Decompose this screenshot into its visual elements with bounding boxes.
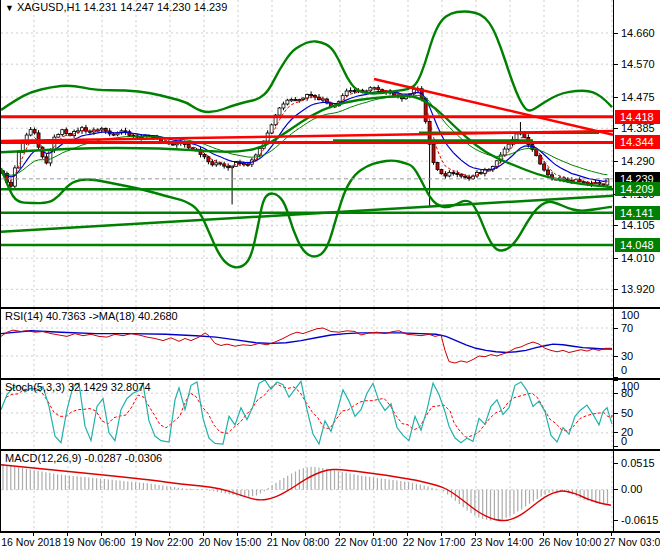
time-axis-label: 22 Nov 17:00 xyxy=(403,536,465,548)
axis-tick xyxy=(614,64,618,65)
macd-panel[interactable]: MACD(12,26,9) -0.0287 -0.0306 0.05150.00… xyxy=(0,451,660,531)
time-axis-label: 27 Nov 03:00 xyxy=(604,536,660,548)
price-axis-label: 14.570 xyxy=(621,58,655,71)
axis-tick xyxy=(614,380,618,381)
axis-tick xyxy=(614,225,618,226)
axis-tick xyxy=(614,33,618,34)
price-tag: 14.344 xyxy=(615,135,660,149)
stochastic-label: Stoch(5,3,3) 32.1429 32.8074 xyxy=(5,381,151,393)
axis-tick xyxy=(614,258,618,259)
indicator-axis-label: 50 xyxy=(621,407,633,420)
price-axis-label: 14.290 xyxy=(621,155,655,168)
axis-tick xyxy=(614,161,618,162)
price-axis-label: 14.475 xyxy=(621,91,655,104)
price-axis-label: 14.105 xyxy=(621,219,655,232)
mt4-chart-window: ▼XAGUSD,H1 14.231 14.247 14.230 14.239 1… xyxy=(0,0,660,550)
axis-tick xyxy=(614,128,618,129)
indicator-axis-label: -0.0615 xyxy=(621,514,658,527)
macd-label: MACD(12,26,9) -0.0287 -0.0306 xyxy=(5,452,162,464)
macd-histogram xyxy=(3,465,608,521)
indicator-axis-label: 0.00 xyxy=(621,483,642,496)
axis-tick xyxy=(614,413,618,414)
axis-tick xyxy=(614,463,618,464)
rsi-label: RSI(14) 40.7363 ->MA(18) 40.2680 xyxy=(5,310,178,322)
axis-tick xyxy=(614,97,618,98)
axis-tick xyxy=(614,432,618,433)
descending-red-trendline xyxy=(374,79,613,135)
indicator-axis-label: 0 xyxy=(621,364,627,377)
time-axis-label: 23 Nov 14:00 xyxy=(471,536,533,548)
stochastic-axis: 1008050200 xyxy=(613,380,660,449)
time-axis-label: 26 Nov 10:00 xyxy=(539,536,601,548)
symbol-ohlc-text: XAGUSD,H1 14.231 14.247 14.230 14.239 xyxy=(17,1,227,13)
time-axis-label: 19 Nov 22:00 xyxy=(131,536,193,548)
price-axis-label: 13.920 xyxy=(621,283,655,296)
time-axis-label: 19 Nov 06:00 xyxy=(63,536,125,548)
axis-tick xyxy=(614,307,618,308)
indicator-axis-label: 0.0515 xyxy=(621,457,655,470)
price-axis-label: 14.010 xyxy=(621,252,655,265)
indicator-axis-label: 100 xyxy=(621,309,639,322)
macd-axis: 0.05150.00-0.0615 xyxy=(613,451,660,531)
symbol-title: ▼XAGUSD,H1 14.231 14.247 14.230 14.239 xyxy=(5,1,227,13)
indicator-axis-label: 30 xyxy=(621,350,633,363)
indicator-axis-label: 80 xyxy=(621,387,633,400)
time-axis-label: 16 Nov 2018 xyxy=(1,536,61,548)
indicator-axis-label: 0 xyxy=(621,435,627,448)
price-tag: 14.418 xyxy=(615,110,660,124)
price-tag: 14.048 xyxy=(615,238,660,252)
time-axis[interactable]: 16 Nov 201819 Nov 06:0019 Nov 22:0020 No… xyxy=(0,533,660,550)
price-axis-label: 14.660 xyxy=(621,27,655,40)
axis-tick xyxy=(614,328,618,329)
price-tag: 14.209 xyxy=(615,182,660,196)
time-axis-label: 22 Nov 01:00 xyxy=(335,536,397,548)
axis-tick xyxy=(614,289,618,290)
rsi-panel[interactable]: RSI(14) 40.7363 ->MA(18) 40.2680 1007030… xyxy=(0,309,660,378)
symbol-dropdown-icon[interactable]: ▼ xyxy=(5,3,14,13)
axis-tick xyxy=(614,520,618,521)
indicator-axis-label: 70 xyxy=(621,322,633,335)
time-axis-label: 20 Nov 15:00 xyxy=(199,536,261,548)
axis-tick xyxy=(614,446,618,447)
stochastic-panel[interactable]: Stoch(5,3,3) 32.1429 32.8074 1008050200 xyxy=(0,380,660,449)
axis-tick xyxy=(614,489,618,490)
axis-tick xyxy=(614,393,618,394)
axis-tick xyxy=(614,356,618,357)
main-price-axis: 14.66014.57014.47514.38514.29014.19514.1… xyxy=(613,0,660,307)
main-chart-panel[interactable]: ▼XAGUSD,H1 14.231 14.247 14.230 14.239 1… xyxy=(0,0,660,307)
price-tag: 14.141 xyxy=(615,206,660,220)
main-plot[interactable] xyxy=(1,0,613,307)
time-axis-label: 21 Nov 08:00 xyxy=(267,536,329,548)
rsi-axis: 10070300 xyxy=(613,309,660,378)
